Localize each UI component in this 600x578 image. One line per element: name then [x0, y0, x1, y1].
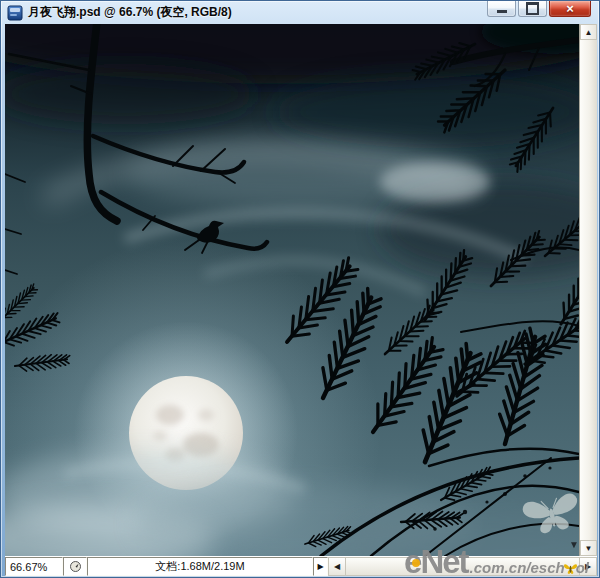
statusbar: 66.67% 文档:1.68M/2.19M ▶ ◀ ▶: [5, 556, 597, 576]
maximize-icon: [526, 2, 539, 15]
scroll-down-button[interactable]: ▼: [580, 540, 597, 556]
scroll-right-button[interactable]: ▶: [579, 558, 596, 575]
titlebar[interactable]: 月夜飞翔.psd @ 66.7% (夜空, RGB/8) ×: [1, 1, 599, 24]
vertical-scrollbar[interactable]: ▲ ▼: [579, 24, 597, 556]
arrow-right-icon: ▶: [317, 562, 323, 571]
close-icon: ×: [566, 2, 574, 15]
vertical-scroll-track[interactable]: [580, 40, 597, 540]
arrow-left-icon: ◀: [334, 562, 340, 571]
window-controls: ×: [487, 1, 591, 17]
arrow-up-icon: ▲: [585, 28, 593, 37]
scroll-left-button[interactable]: ◀: [329, 558, 346, 575]
status-clock-icon: [69, 560, 82, 573]
document-info-field: 文档:1.68M/2.19M: [87, 557, 313, 576]
photoshop-document-window: 月夜飞翔.psd @ 66.7% (夜空, RGB/8) ×: [0, 0, 600, 578]
horizontal-scroll-track[interactable]: [346, 558, 579, 575]
night-sky-artwork: [5, 24, 579, 556]
window-title: 月夜飞翔.psd @ 66.7% (夜空, RGB/8): [28, 4, 232, 21]
status-popup-arrow-button[interactable]: ▶: [313, 557, 328, 576]
arrow-down-icon: ▼: [585, 544, 593, 553]
minimize-button[interactable]: [487, 1, 516, 17]
arrow-right-icon: ▶: [585, 562, 591, 571]
minimize-icon: [497, 10, 507, 13]
psd-file-icon: [7, 5, 23, 21]
document-canvas[interactable]: [5, 24, 579, 556]
zoom-level-field[interactable]: 66.67%: [5, 557, 63, 576]
maximize-button[interactable]: [518, 1, 547, 17]
client-area: ▲ ▼ 66.67% 文档:1.68M/2.19M ▶ ◀ ▶: [5, 24, 597, 575]
scroll-up-button[interactable]: ▲: [580, 24, 597, 40]
horizontal-scrollbar[interactable]: ◀ ▶: [328, 557, 597, 576]
close-button[interactable]: ×: [549, 1, 591, 17]
status-menu-button[interactable]: [63, 557, 87, 576]
